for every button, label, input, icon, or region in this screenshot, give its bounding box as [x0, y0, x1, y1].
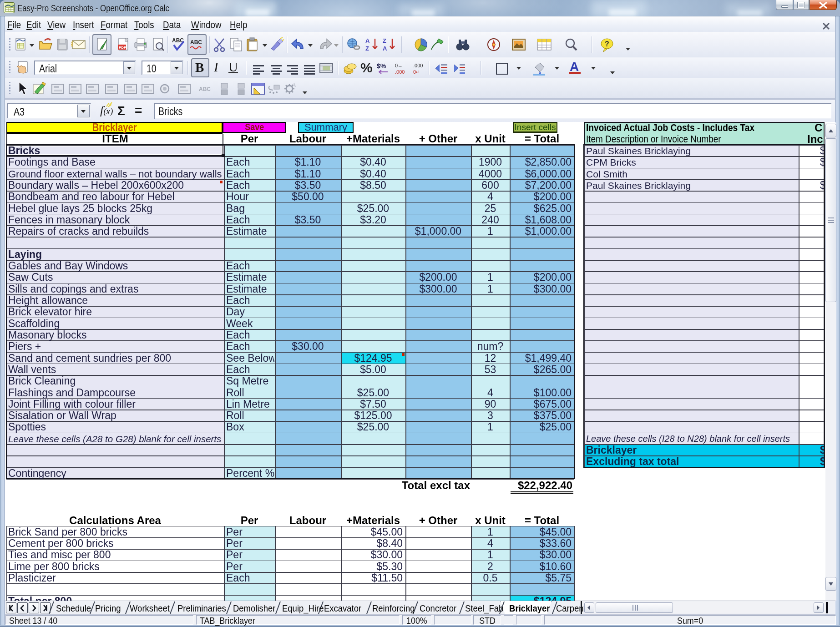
svg-text:0→: 0→: [395, 63, 403, 68]
svg-text:$%: $%: [377, 62, 386, 70]
svg-text:Z: Z: [365, 45, 369, 52]
svg-text:Z: Z: [383, 37, 386, 44]
svg-text:ABC: ABC: [199, 86, 211, 92]
svg-text:A: A: [365, 37, 370, 44]
svg-text:0↵: 0↵: [413, 69, 420, 75]
svg-text:PDF: PDF: [119, 46, 126, 50]
svg-text:.000: .000: [395, 69, 405, 75]
svg-text:?: ?: [605, 40, 609, 48]
svg-text:ABC: ABC: [190, 39, 202, 46]
svg-text:.000: .000: [413, 63, 423, 68]
svg-text:A: A: [383, 45, 387, 52]
